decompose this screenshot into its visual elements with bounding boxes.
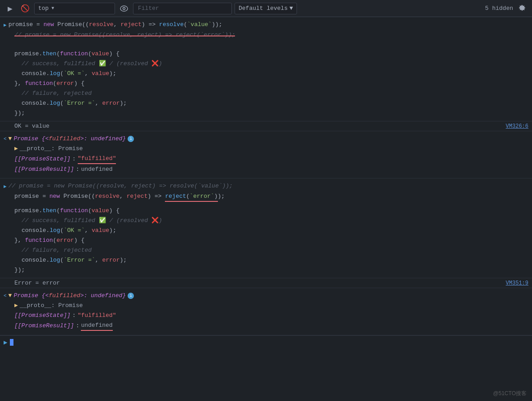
promise-result-row-2: [[PromiseResult]] : undefined xyxy=(0,321,532,331)
code-line-4: // success, fullfiled ✅ / (resolved ❌) xyxy=(0,59,532,69)
code-block-2: ▶ // promise = new Promise((resolve, rej… xyxy=(0,178,532,278)
code-line-2-8: console.log(`Error =`, error); xyxy=(0,255,532,265)
levels-arrow-icon: ▼ xyxy=(289,5,293,12)
promise-row-header-1: < ▼ Promise {<fulfilled>: undefined} i xyxy=(0,134,532,144)
promise-proto-row-2: ▶ __proto__: Promise xyxy=(0,301,532,311)
cursor xyxy=(10,339,13,346)
code-line-2-7: // failure, rejected xyxy=(0,245,532,255)
input-caret-icon: ▶ xyxy=(4,339,7,346)
console-content: ▶ promise = new Promise((resolve, reject… xyxy=(0,17,532,401)
code-line-8: console.log(`Error =`, error); xyxy=(0,98,532,108)
code-block-1: ▶ promise = new Promise((resolve, reject… xyxy=(0,17,532,121)
frame-dropdown-icon: ▼ xyxy=(51,6,54,11)
watermark: @51CTO搜客 xyxy=(493,390,527,397)
levels-label: Default levels xyxy=(239,5,288,12)
info-icon-1[interactable]: i xyxy=(128,136,134,142)
code-line-2-4: // success, fullfiled ✅ / (resolved ❌) xyxy=(0,216,532,226)
result-text-2: Error = error xyxy=(14,280,60,286)
promise-block-1: < ▼ Promise {<fulfilled>: undefined} i ▶… xyxy=(0,131,532,178)
play-button[interactable]: ▶ xyxy=(4,3,16,14)
promise-expand-2[interactable]: ▼ xyxy=(9,291,12,300)
code-line-2-2: promise = new Promise((resolve, reject) … xyxy=(0,192,532,202)
hidden-count: 5 hidden xyxy=(485,5,513,12)
spacer-1 xyxy=(0,40,532,49)
spacer-2 xyxy=(0,202,532,206)
promise-result-undef-2: undefined xyxy=(81,321,112,331)
expand-arrow-2[interactable]: ▶ xyxy=(4,182,7,191)
stop-button[interactable]: 🚫 xyxy=(19,3,31,14)
result-row-2: Error = error VM351:9 xyxy=(0,278,532,288)
left-arrow-2: < xyxy=(4,291,7,300)
toolbar: ▶ 🚫 top ▼ Default levels ▼ 5 hidden xyxy=(0,0,532,17)
result-row-1: OK = value VM326:6 xyxy=(0,121,532,131)
svg-point-1 xyxy=(123,7,125,9)
code-line-2-9: }); xyxy=(0,265,532,275)
promise-expand-1[interactable]: ▼ xyxy=(9,134,12,143)
code-line-2: // promise = new Promise((resolve, rejec… xyxy=(0,30,532,40)
frame-label: top xyxy=(38,5,49,12)
expand-arrow-1[interactable]: ▶ xyxy=(4,21,7,30)
proto-arrow-2[interactable]: ▶ xyxy=(14,301,18,310)
svg-point-0 xyxy=(120,6,128,11)
promise-state-row-2: [[PromiseState]] : "fulfilled" xyxy=(0,311,532,321)
filter-input[interactable] xyxy=(133,3,232,14)
code-line-2-3: promise.then(function(value) { xyxy=(0,206,532,216)
input-line: ▶ xyxy=(0,335,532,349)
code-line-6: }, function(error) { xyxy=(0,79,532,89)
promise-result-row-1: [[PromiseResult]] : undefined xyxy=(0,165,532,174)
promise-state-row-1: [[PromiseState]] : "fulfilled" xyxy=(0,154,532,165)
code-line-7: // failure, rejected xyxy=(0,89,532,98)
promise-row-header-2: < ▼ Promise {<fulfilled>: undefined} i xyxy=(0,291,532,301)
result-text-1: OK = value xyxy=(14,123,49,129)
vm-link-2[interactable]: VM351:9 xyxy=(506,280,528,286)
code-line-5: console.log(`OK =`, value); xyxy=(0,69,532,79)
code-line-2-1: ▶ // promise = new Promise((resolve, rej… xyxy=(0,181,532,192)
code-line-3: promise.then(function(value) { xyxy=(0,49,532,59)
promise-block-2: < ▼ Promise {<fulfilled>: undefined} i ▶… xyxy=(0,288,532,335)
promise-proto-row-1: ▶ __proto__: Promise xyxy=(0,144,532,154)
code-line-9: }); xyxy=(0,108,532,118)
info-icon-2[interactable]: i xyxy=(128,293,134,299)
code-line-2-5: console.log(`OK =`, value); xyxy=(0,226,532,236)
gear-button[interactable] xyxy=(516,3,528,14)
frame-selector[interactable]: top ▼ xyxy=(34,3,115,14)
left-arrow-1: < xyxy=(4,134,7,143)
vm-link-1[interactable]: VM326:6 xyxy=(506,123,528,129)
levels-button[interactable]: Default levels ▼ xyxy=(235,3,297,14)
proto-arrow-1[interactable]: ▶ xyxy=(14,144,18,153)
eye-button[interactable] xyxy=(118,3,130,14)
code-line-2-6: }, function(error) { xyxy=(0,236,532,245)
code-line-1: ▶ promise = new Promise((resolve, reject… xyxy=(0,20,532,30)
